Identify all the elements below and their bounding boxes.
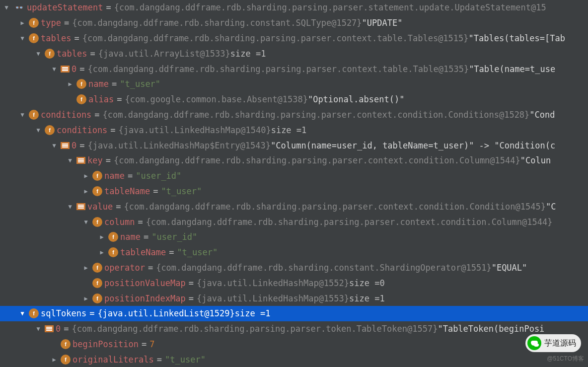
tree-row[interactable]: ▼sqlTokens = {java.util.LinkedList@1529}… [0, 306, 588, 321]
variable-type: {java.util.LinkedList@1529} [97, 308, 234, 318]
equals-sign: = [116, 202, 121, 212]
tree-row[interactable]: ▶operator = {com.dangdang.ddframe.rdb.sh… [0, 260, 588, 276]
tree-row[interactable]: ▶originalLiterals = "t_user" [0, 352, 588, 367]
variable-type: {java.util.LinkedHashMap@1553} [197, 294, 349, 303]
debugger-variables-tree[interactable]: ▼updateStatement = {com.dangdang.ddframe… [0, 0, 588, 367]
expand-toggle-icon[interactable]: ▶ [81, 187, 90, 196]
equals-sign: = [74, 33, 79, 43]
expand-toggle-icon[interactable]: ▶ [81, 294, 90, 303]
expand-toggle-icon[interactable]: ▼ [66, 202, 74, 211]
equals-sign: = [169, 247, 174, 257]
tree-row[interactable]: alias = {com.google.common.base.Absent@1… [0, 92, 588, 107]
variable-name: beginPosition [73, 339, 139, 349]
variable-value-string: "Cond [529, 110, 555, 120]
equals-sign: = [128, 171, 133, 181]
expand-toggle-icon[interactable]: ▼ [18, 110, 27, 119]
tree-row[interactable]: ▼key = {com.dangdang.ddframe.rdb.shardin… [0, 153, 588, 168]
expand-toggle-icon[interactable]: ▼ [34, 324, 43, 333]
tree-row[interactable]: ▶name = "user_id" [0, 229, 588, 245]
expand-toggle-icon[interactable]: ▼ [34, 126, 43, 135]
expand-toggle-icon[interactable]: ▼ [34, 49, 43, 58]
variable-type: {com.google.common.base.Absent@1538} [125, 94, 307, 104]
variable-name: tables [41, 33, 71, 43]
tree-row[interactable]: positionValueMap = {java.util.LinkedHash… [0, 275, 588, 291]
field-icon [76, 94, 86, 104]
tree-row[interactable]: ▶positionIndexMap = {java.util.LinkedHas… [0, 291, 588, 306]
expand-toggle-icon[interactable]: ▼ [2, 3, 11, 12]
expand-toggle-icon[interactable]: ▶ [50, 355, 59, 364]
equals-sign: = [79, 64, 84, 74]
tree-row[interactable]: ▼tables = {java.util.ArrayList@1533} siz… [0, 46, 588, 61]
variable-value-string: "Colun [520, 155, 551, 165]
variable-name: name [120, 232, 141, 242]
wechat-icon [527, 336, 541, 350]
no-arrow [50, 340, 59, 349]
variable-name: name [88, 79, 109, 89]
variable-name: type [41, 18, 61, 28]
variable-value-string: "Column(name=user_id, tableName=t_user)"… [271, 141, 555, 150]
variable-value-string: "TableToken(beginPosi [438, 324, 544, 334]
expand-toggle-icon[interactable]: ▶ [97, 248, 106, 257]
variable-value-string: "t_user" [120, 79, 160, 89]
expand-toggle-icon[interactable]: ▶ [18, 18, 27, 27]
field-icon [92, 263, 102, 273]
size-label: size = [349, 278, 379, 288]
tree-row[interactable]: ▼0 = {com.dangdang.ddframe.rdb.sharding.… [0, 321, 588, 337]
field-icon [29, 308, 39, 318]
field-icon [29, 33, 39, 43]
tree-row[interactable]: ▼conditions = {com.dangdang.ddframe.rdb.… [0, 107, 588, 123]
field-icon [76, 79, 86, 89]
variable-name: conditions [57, 125, 107, 135]
tree-row[interactable]: ▶tableName = "t_user" [0, 184, 588, 199]
tree-row[interactable]: ▼column = {com.dangdang.ddframe.rdb.shar… [0, 214, 588, 229]
variable-name: updateStatement [27, 2, 103, 12]
variable-name: 0 [56, 324, 61, 334]
variable-name: originalLiterals [73, 355, 154, 365]
variable-name: column [104, 217, 135, 227]
variable-name: alias [88, 94, 114, 104]
expand-toggle-icon[interactable]: ▶ [97, 232, 106, 241]
expand-toggle-icon[interactable]: ▶ [66, 79, 74, 88]
tree-row[interactable]: ▶tableName = "t_user" [0, 245, 588, 260]
expand-toggle-icon[interactable]: ▼ [50, 141, 59, 150]
tree-row[interactable]: ▼updateStatement = {com.dangdang.ddframe… [0, 0, 588, 15]
variable-type: {com.dangdang.ddframe.rdb.sharding.parsi… [114, 2, 546, 12]
field-icon [92, 294, 102, 303]
expand-toggle-icon[interactable]: ▼ [18, 309, 27, 318]
variable-type: {com.dangdang.ddframe.rdb.sharding.parsi… [103, 110, 530, 120]
variable-type: {com.dangdang.ddframe.rdb.sharding.parsi… [88, 64, 469, 74]
expand-toggle-icon[interactable]: ▶ [81, 171, 90, 180]
tree-row[interactable]: beginPosition = 7 [0, 337, 588, 352]
field-icon [108, 247, 118, 257]
equals-sign: = [90, 49, 95, 59]
tree-row[interactable]: ▶name = "user_id" [0, 168, 588, 184]
expand-toggle-icon[interactable]: ▼ [18, 34, 27, 43]
wechat-watermark: 芋道源码 [525, 334, 581, 352]
equals-sign: = [64, 324, 69, 334]
tree-row[interactable]: ▼value = {com.dangdang.ddframe.rdb.shard… [0, 199, 588, 214]
tree-row[interactable]: ▼0 = {com.dangdang.ddframe.rdb.sharding.… [0, 61, 588, 76]
expand-toggle-icon[interactable]: ▼ [50, 65, 59, 73]
field-icon [45, 125, 55, 135]
tree-row[interactable]: ▼0 = {java.util.LinkedHashMap$Entry@1543… [0, 138, 588, 153]
variable-type: {java.util.LinkedHashMap@1540} [119, 125, 271, 135]
tree-row[interactable]: ▼tables = {com.dangdang.ddframe.rdb.shar… [0, 31, 588, 46]
variable-value-string: "Optional.absent()" [308, 94, 404, 104]
size-value: 1 [261, 49, 266, 59]
field-icon [108, 232, 118, 242]
tree-row[interactable]: ▼conditions = {java.util.LinkedHashMap@1… [0, 122, 588, 138]
expand-toggle-icon[interactable]: ▼ [66, 156, 74, 165]
tree-row[interactable]: ▶type = {com.dangdang.ddframe.rdb.shardi… [0, 15, 588, 31]
field-icon [29, 18, 39, 28]
variable-value-string: "t_user" [177, 247, 218, 257]
no-arrow [66, 95, 74, 104]
variable-name: operator [104, 263, 145, 273]
equals-sign: = [189, 278, 194, 288]
field-icon [45, 49, 55, 59]
expand-toggle-icon[interactable]: ▼ [81, 218, 90, 226]
variable-type: {com.dangdang.ddframe.rdb.sharding.parsi… [146, 217, 553, 227]
expand-toggle-icon[interactable]: ▶ [81, 263, 90, 272]
variable-type: {com.dangdang.ddframe.rdb.sharding.parsi… [82, 33, 469, 43]
field-icon [29, 110, 39, 120]
tree-row[interactable]: ▶name = "t_user" [0, 76, 588, 92]
